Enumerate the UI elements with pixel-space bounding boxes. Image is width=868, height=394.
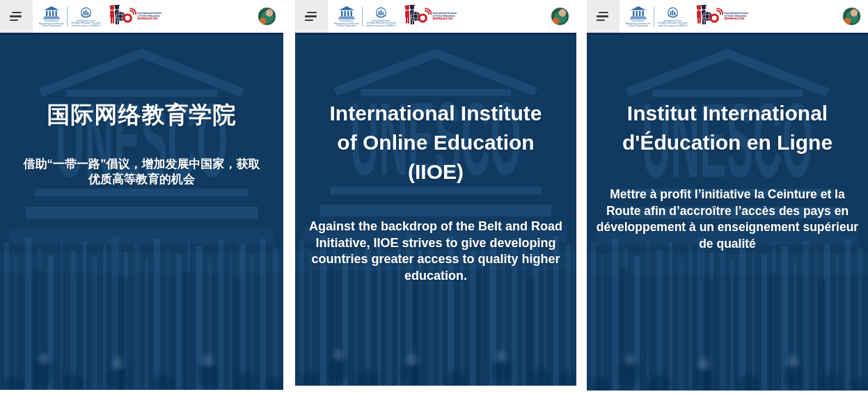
- ichei-logo-caption: International Centre for Higher Educatio…: [366, 20, 395, 28]
- hero-subtitle: Against the backdrop of the Belt and Roa…: [295, 219, 576, 284]
- app-header: United Nations Educational, Scientific a…: [295, 0, 576, 33]
- hero-title-line: International Institute: [295, 99, 576, 128]
- app-header: United Nations Educational, Scientific a…: [587, 0, 868, 33]
- app-header: United Nations Educational, Scientific a…: [0, 0, 283, 33]
- ichei-logo[interactable]: International Centre for Higher Educatio…: [658, 6, 687, 28]
- user-avatar[interactable]: [842, 7, 861, 26]
- user-avatar[interactable]: [258, 7, 276, 26]
- logo-divider: [654, 7, 654, 26]
- hero-subtitle-line: 借助“一带一路”倡议，增加发展中国家，获取: [0, 157, 283, 172]
- hero-content: Institut International d'Éducation en Li…: [587, 33, 868, 252]
- menu-button[interactable]: [0, 0, 33, 33]
- hero-title-line: 国际网络教育学院: [0, 100, 283, 129]
- iioe-e-glyph: e: [420, 15, 423, 20]
- ichei-logo[interactable]: International Centre for Higher Educatio…: [366, 6, 395, 28]
- iioe-logo-caption: International Institute of Online Educat…: [433, 12, 457, 21]
- hero-title: Institut International d'Éducation en Li…: [587, 99, 868, 157]
- hero-subtitle-line: de qualité: [587, 236, 868, 253]
- hero-title-line: (IIOE): [295, 157, 576, 187]
- hero-subtitle-line: développement à un enseignement supérieu…: [587, 219, 868, 236]
- logo-strip: United Nations Educational, Scientific a…: [33, 0, 161, 33]
- unesco-logo[interactable]: United Nations Educational, Scientific a…: [334, 5, 358, 28]
- unesco-logo-caption: United Nations Educational, Scientific a…: [334, 20, 358, 28]
- screenshot-panel-fr: United Nations Educational, Scientific a…: [587, 0, 868, 391]
- menu-button[interactable]: [587, 0, 620, 33]
- hero-subtitle: 借助“一带一路”倡议，增加发展中国家，获取 优质高等教育的机会: [0, 157, 283, 187]
- screenshot-panel-en: United Nations Educational, Scientific a…: [295, 0, 576, 386]
- logo-divider: [362, 7, 363, 26]
- hero-subtitle-line: 优质高等教育的机会: [0, 172, 283, 187]
- unesco-logo-caption: United Nations Educational, Scientific a…: [626, 20, 650, 28]
- hero-content: 国际网络教育学院 借助“一带一路”倡议，增加发展中国家，获取 优质高等教育的机会: [0, 33, 283, 187]
- ichei-globe-icon: [79, 7, 93, 19]
- unesco-logo-caption: United Nations Educational, Scientific a…: [39, 20, 63, 28]
- iioe-logo-caption: International Institute of Online Educat…: [138, 12, 161, 21]
- hero-section: UNESCO: [0, 33, 283, 390]
- hero-section: UNESCO: [295, 33, 576, 386]
- logo-strip: United Nations Educational, Scientific a…: [328, 0, 457, 33]
- ichei-globe-icon: [665, 7, 680, 19]
- hero-subtitle-line: Route afin d’accroître l’accès des pays …: [587, 203, 868, 220]
- hero-title: 国际网络教育学院: [0, 100, 283, 129]
- iioe-e-glyph: e: [712, 15, 715, 20]
- hero-subtitle-line: Against the backdrop of the Belt and Roa…: [295, 219, 576, 235]
- hero-subtitle-line: countries greater access to quality high…: [295, 251, 576, 268]
- ichei-logo-caption: International Centre for Higher Educatio…: [71, 20, 100, 28]
- hero-subtitle-line: education.: [295, 268, 576, 285]
- logo-divider: [67, 7, 68, 26]
- iioe-logo[interactable]: e International Institute of Online Educ…: [694, 5, 748, 28]
- ichei-logo-caption: International Centre for Higher Educatio…: [658, 20, 687, 28]
- user-avatar[interactable]: [551, 7, 569, 26]
- iioe-figures-icon: e: [694, 5, 723, 28]
- ichei-globe-icon: [374, 7, 388, 19]
- unesco-logo[interactable]: United Nations Educational, Scientific a…: [39, 5, 63, 28]
- three-screenshot-strip: United Nations Educational, Scientific a…: [0, 0, 868, 391]
- hero-section: UNESCO: [587, 33, 868, 391]
- iioe-e-glyph: e: [125, 15, 128, 20]
- hero-title-line: Institut International: [587, 99, 868, 128]
- hero-title-line: of Online Education: [295, 128, 576, 157]
- unesco-temple-icon: [630, 6, 647, 19]
- hero-content: International Institute of Online Educat…: [295, 33, 576, 284]
- hero-title: International Institute of Online Educat…: [295, 99, 576, 187]
- iioe-figures-icon: e: [402, 5, 432, 28]
- menu-button[interactable]: [295, 0, 328, 33]
- hero-title-line: d'Éducation en Ligne: [587, 128, 868, 157]
- hero-subtitle: Mettre à profit l’initiative la Ceinture…: [587, 187, 868, 252]
- logo-strip: United Nations Educational, Scientific a…: [620, 0, 748, 33]
- iioe-logo[interactable]: e International Institute of Online Educ…: [107, 5, 161, 28]
- iioe-logo-caption: International Institute of Online Educat…: [725, 12, 748, 21]
- unesco-temple-icon: [43, 6, 60, 19]
- ichei-logo[interactable]: International Centre for Higher Educatio…: [71, 6, 100, 28]
- iioe-logo[interactable]: e International Institute of Online Educ…: [402, 5, 457, 28]
- screenshot-panel-zh: United Nations Educational, Scientific a…: [0, 0, 283, 390]
- unesco-logo[interactable]: United Nations Educational, Scientific a…: [626, 5, 650, 28]
- hero-subtitle-line: Initiative, IIOE strives to give develop…: [295, 235, 576, 252]
- unesco-temple-icon: [338, 6, 355, 19]
- hero-subtitle-line: Mettre à profit l’initiative la Ceinture…: [587, 187, 868, 203]
- iioe-figures-icon: e: [107, 5, 136, 28]
